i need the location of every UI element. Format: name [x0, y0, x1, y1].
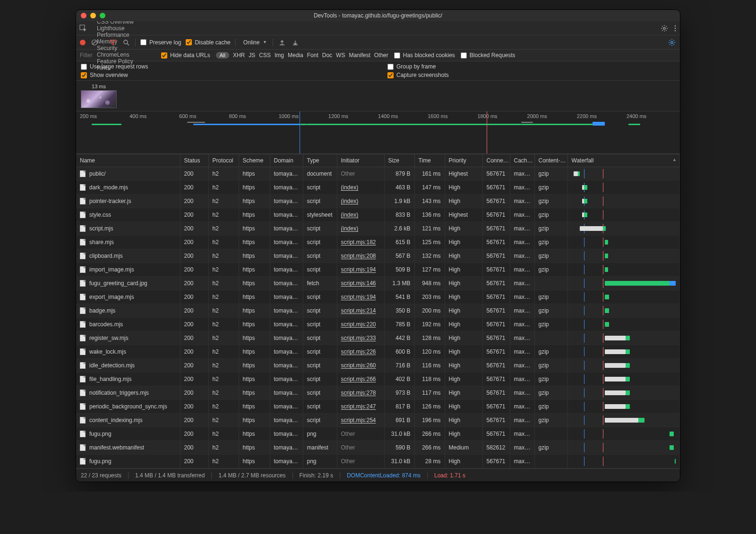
maximize-window-button[interactable]	[100, 13, 105, 18]
request-row[interactable]: badge.mjs200h2httpstomayac…scriptscript.…	[76, 304, 680, 318]
filter-type-ws[interactable]: WS	[336, 52, 345, 59]
network-settings-gear-icon[interactable]	[668, 38, 676, 47]
blocked-requests-checkbox[interactable]: Blocked Requests	[461, 52, 515, 59]
disable-cache-checkbox[interactable]: Disable cache	[186, 39, 230, 46]
request-row[interactable]: file_handling.mjs200h2httpstomayac…scrip…	[76, 373, 680, 386]
column-header-initiator[interactable]: Initiator	[337, 154, 384, 167]
request-row[interactable]: dark_mode.mjs200h2httpstomayac…script(in…	[76, 181, 680, 195]
request-row[interactable]: barcodes.mjs200h2httpstomayac…scriptscri…	[76, 318, 680, 331]
request-initiator[interactable]: script.mjs:266	[341, 376, 376, 382]
request-row[interactable]: fugu.png200h2httpstomayac…pngOther31.0 k…	[76, 455, 680, 468]
request-row[interactable]: manifest.webmanifest200h2httpstomayac…ma…	[76, 441, 680, 455]
hide-data-urls-checkbox[interactable]: Hide data URLs	[161, 52, 210, 59]
capture-screenshots-checkbox[interactable]: Capture screenshots	[387, 72, 675, 78]
request-row[interactable]: register_sw.mjs200h2httpstomayac…scripts…	[76, 331, 680, 345]
filter-type-img[interactable]: Img	[275, 52, 284, 59]
request-row[interactable]: fugu_greeting_card.jpg200h2httpstomayac……	[76, 277, 680, 290]
filter-type-xhr[interactable]: XHR	[233, 52, 245, 59]
filter-type-css[interactable]: CSS	[259, 52, 271, 59]
throttling-select[interactable]: Online	[241, 38, 268, 47]
inspect-element-icon[interactable]	[79, 24, 87, 33]
group-by-frame-checkbox[interactable]: Group by frame	[387, 63, 675, 70]
request-row[interactable]: content_indexing.mjs200h2httpstomayac…sc…	[76, 414, 680, 427]
request-initiator[interactable]: script.mjs:214	[341, 307, 376, 314]
request-row[interactable]: export_image.mjs200h2httpstomayac…script…	[76, 290, 680, 304]
request-initiator[interactable]: script.mjs:194	[341, 294, 376, 300]
filter-type-doc[interactable]: Doc	[322, 52, 332, 59]
request-row[interactable]: script.mjs200h2httpstomayac…script(index…	[76, 222, 680, 236]
kebab-menu-icon[interactable]	[673, 24, 677, 33]
request-row[interactable]: notification_triggers.mjs200h2httpstomay…	[76, 386, 680, 400]
column-header-content-[interactable]: Content-…	[534, 154, 567, 167]
record-button[interactable]	[80, 40, 86, 45]
column-header-conne-[interactable]: Conne…	[482, 154, 510, 167]
request-initiator[interactable]: (index)	[341, 212, 359, 218]
column-header-protocol[interactable]: Protocol	[208, 154, 239, 167]
request-size: 879 B	[384, 167, 414, 181]
request-initiator[interactable]: script.mjs:260	[341, 362, 376, 369]
settings-gear-icon[interactable]	[660, 24, 669, 33]
tab-lighthouse[interactable]: Lighthouse	[92, 25, 138, 32]
filter-funnel-icon[interactable]	[109, 38, 117, 47]
screenshot-thumbnail[interactable]	[81, 90, 117, 108]
request-row[interactable]: clipboard.mjs200h2httpstomayac…scriptscr…	[76, 249, 680, 263]
request-type: script	[303, 290, 337, 304]
request-row[interactable]: wake_lock.mjs200h2httpstomayac…scriptscr…	[76, 345, 680, 359]
request-row[interactable]: public/200h2httpstomayac…documentOther87…	[76, 167, 680, 181]
upload-har-icon[interactable]	[278, 38, 286, 47]
request-row[interactable]: idle_detection.mjs200h2httpstomayac…scri…	[76, 359, 680, 373]
close-window-button[interactable]	[81, 13, 86, 18]
has-blocked-cookies-checkbox[interactable]: Has blocked cookies	[394, 52, 455, 59]
filter-type-manifest[interactable]: Manifest	[349, 52, 370, 59]
preserve-log-checkbox[interactable]: Preserve log	[140, 39, 181, 46]
request-initiator[interactable]: script.mjs:254	[341, 417, 376, 424]
request-initiator[interactable]: script.mjs:233	[341, 335, 376, 341]
request-initiator[interactable]: script.mjs:208	[341, 253, 376, 259]
filter-input[interactable]	[80, 52, 155, 59]
request-size: 785 B	[384, 318, 414, 331]
filter-type-other[interactable]: Other	[374, 52, 388, 59]
show-overview-checkbox[interactable]: Show overview	[81, 72, 369, 78]
column-header-cach-[interactable]: Cach…	[510, 154, 534, 167]
search-icon[interactable]	[122, 38, 130, 47]
filter-type-font[interactable]: Font	[307, 52, 318, 59]
column-header-time[interactable]: Time	[414, 154, 445, 167]
request-initiator[interactable]: script.mjs:182	[341, 239, 376, 246]
filter-type-media[interactable]: Media	[288, 52, 303, 59]
request-row[interactable]: pointer-tracker.js200h2httpstomayac…scri…	[76, 195, 680, 208]
column-header-type[interactable]: Type	[303, 154, 337, 167]
request-initiator[interactable]: script.mjs:220	[341, 321, 376, 328]
request-initiator[interactable]: script.mjs:194	[341, 266, 376, 273]
column-header-scheme[interactable]: Scheme	[239, 154, 270, 167]
request-row[interactable]: share.mjs200h2httpstomayac…scriptscript.…	[76, 236, 680, 249]
request-initiator[interactable]: script.mjs:146	[341, 280, 376, 287]
minimize-window-button[interactable]	[90, 13, 96, 18]
column-header-size[interactable]: Size	[384, 154, 414, 167]
tab-performance[interactable]: Performance	[92, 32, 138, 38]
request-row[interactable]: style.css200h2httpstomayac…stylesheet(in…	[76, 208, 680, 222]
column-header-waterfall[interactable]: Waterfall	[567, 154, 680, 167]
request-initiator[interactable]: script.mjs:247	[341, 403, 376, 410]
large-rows-checkbox[interactable]: Use large request rows	[81, 63, 369, 70]
filter-type-js[interactable]: JS	[249, 52, 255, 59]
request-cache: max-…	[510, 290, 534, 304]
column-header-name[interactable]: Name	[76, 154, 180, 167]
requests-table[interactable]: NameStatusProtocolSchemeDomainTypeInitia…	[76, 154, 680, 468]
request-row[interactable]: fugu.png200h2httpstomayac…pngOther31.0 k…	[76, 427, 680, 441]
request-initiator[interactable]: (index)	[341, 225, 359, 232]
column-header-priority[interactable]: Priority	[445, 154, 482, 167]
request-row[interactable]: periodic_background_sync.mjs200h2httpsto…	[76, 400, 680, 414]
filter-type-all[interactable]: All	[216, 52, 229, 59]
column-header-status[interactable]: Status	[180, 154, 208, 167]
request-initiator[interactable]: script.mjs:278	[341, 390, 376, 396]
request-initiator[interactable]: (index)	[341, 198, 359, 204]
request-initiator[interactable]: (index)	[341, 184, 359, 191]
clear-icon[interactable]	[90, 38, 99, 47]
timeline-overview[interactable]: 200 ms400 ms600 ms800 ms1000 ms1200 ms14…	[76, 111, 680, 154]
download-har-icon[interactable]	[291, 38, 300, 47]
request-row[interactable]: import_image.mjs200h2httpstomayac…script…	[76, 263, 680, 277]
column-header-domain[interactable]: Domain	[270, 154, 303, 167]
request-content-encoding: gzip	[534, 249, 567, 263]
screenshot-strip: 13 ms	[76, 81, 680, 111]
request-initiator[interactable]: script.mjs:226	[341, 348, 376, 355]
